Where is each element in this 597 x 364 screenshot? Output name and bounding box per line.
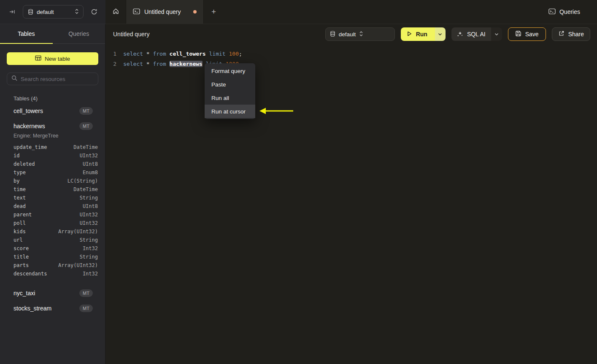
schema-column-row: idUInt32 [14,151,98,160]
external-link-icon [558,30,565,38]
engine-badge: MT [79,305,93,312]
table-row-cell-towers[interactable]: cell_towers MT [0,103,105,119]
share-button[interactable]: Share [552,27,590,41]
code-lines: 1select * from cell_towers limit 100;2se… [105,49,597,69]
context-menu-item[interactable]: Paste [205,78,255,91]
line-number: 1 [105,49,116,59]
home-icon [112,8,119,16]
new-tab-button[interactable]: + [204,0,224,24]
table-row-hackernews[interactable]: hackernews MT [0,119,105,134]
sql-ai-caret[interactable] [491,27,502,41]
terminal-icon [548,8,556,16]
database-icon [27,9,33,15]
table-name: cell_towers [14,108,43,114]
run-button-label: Run [416,31,427,38]
annotation-arrow-icon [258,105,297,117]
schema-column-row: kidsArray(UInt32) [14,227,98,236]
sparkle-icon [457,30,463,38]
engine-badge: MT [79,107,93,115]
new-table-label: New table [45,56,70,62]
main-panel: Untitled query default [105,24,597,364]
schema-column-row: parentUInt32 [14,210,98,219]
sidebar-tab-queries[interactable]: Queries [53,24,105,43]
search-icon [11,75,17,83]
run-options-caret[interactable] [435,27,446,41]
table-name: stocks_stream [14,305,51,312]
table-row-stocks-stream[interactable]: stocks_stream MT [0,301,105,316]
schema-column-row: partsArray(UInt32) [14,261,98,270]
query-database-value: default [339,31,356,38]
code-line: 1select * from cell_towers limit 100; [105,49,597,59]
tables-section-label: Tables (4) [14,95,105,102]
sql-ai-split-button: SQL AI [451,27,502,41]
schema-column-row: pollUInt32 [14,219,98,227]
save-icon [515,30,521,38]
line-number: 2 [105,59,116,69]
chevron-updown-icon [75,8,79,16]
tab-home[interactable] [105,0,126,24]
table-name: nyc_taxi [14,290,35,297]
schema-column-row: descendantsInt32 [14,270,98,278]
schema-column-row: byLC(String) [14,177,98,185]
schema-column-row: titleString [14,253,98,261]
tab-title: Untitled query [144,8,181,15]
new-table-button[interactable]: New table [7,52,98,65]
play-icon [406,31,412,38]
topbar-left: default [0,0,105,24]
queries-button[interactable]: Queries [548,0,580,24]
tab-untitled-query[interactable]: Untitled query [126,0,204,24]
search-box[interactable] [7,73,98,85]
sql-ai-label: SQL AI [467,31,486,38]
save-button-label: Save [525,31,539,38]
save-button[interactable]: Save [508,27,546,41]
database-selector[interactable]: default [23,5,84,19]
sidebar-tab-tables[interactable]: Tables [0,24,53,43]
toolbar: default Run [325,27,590,41]
tab-strip: Untitled query + Queries [105,0,597,24]
schema-column-row: textString [14,194,98,202]
sql-ai-button[interactable]: SQL AI [451,27,491,41]
share-button-label: Share [568,31,584,38]
refresh-icon[interactable] [89,6,100,17]
search-input[interactable] [21,76,94,82]
context-menu-item[interactable]: Format query [205,64,255,78]
engine-label: Engine: MergeTree [14,133,105,139]
schema-column-row: scoreInt32 [14,244,98,253]
context-menu-item[interactable]: Run at cursor [205,105,255,118]
run-split-button: Run [401,27,446,41]
schema-column-row: typeEnum8 [14,168,98,177]
table-grid-icon [35,55,41,62]
main-header: Untitled query default [105,24,597,44]
schema-column-row: timeDateTime [14,185,98,194]
code-line: 2select * from hackernews limit 1000 [105,59,597,69]
schema-column-row: update_timeDateTime [14,143,98,151]
collapse-sidebar-icon[interactable] [7,6,18,17]
engine-badge: MT [79,122,93,130]
chevron-updown-icon [359,31,363,38]
sql-editor[interactable]: 1select * from cell_towers limit 100;2se… [105,44,597,364]
schema-column-row: urlString [14,236,98,244]
table-row-nyc-taxi[interactable]: nyc_taxi MT [0,286,105,301]
queries-button-label: Queries [559,8,580,15]
engine-badge: MT [79,289,93,297]
editor-context-menu: Format queryPasteRun allRun at cursor [205,63,255,119]
table-name: hackernews [14,123,45,129]
run-button[interactable]: Run [401,27,435,41]
query-title: Untitled query [113,31,149,38]
schema-column-list: update_timeDateTimeidUInt32deletedUInt8t… [0,142,105,280]
database-selector-value: default [37,9,54,15]
terminal-icon [133,8,140,16]
unsaved-dot [193,10,197,13]
context-menu-item[interactable]: Run all [205,91,255,105]
topbar: default Untitled query + [0,0,597,24]
schema-column-row: deletedUInt8 [14,160,98,168]
sidebar: Tables Queries New table Tables (4) cell… [0,24,105,364]
schema-column-row: deadUInt8 [14,202,98,210]
query-database-selector[interactable]: default [325,27,395,41]
database-icon [330,31,335,38]
sidebar-tabs: Tables Queries [0,24,105,44]
